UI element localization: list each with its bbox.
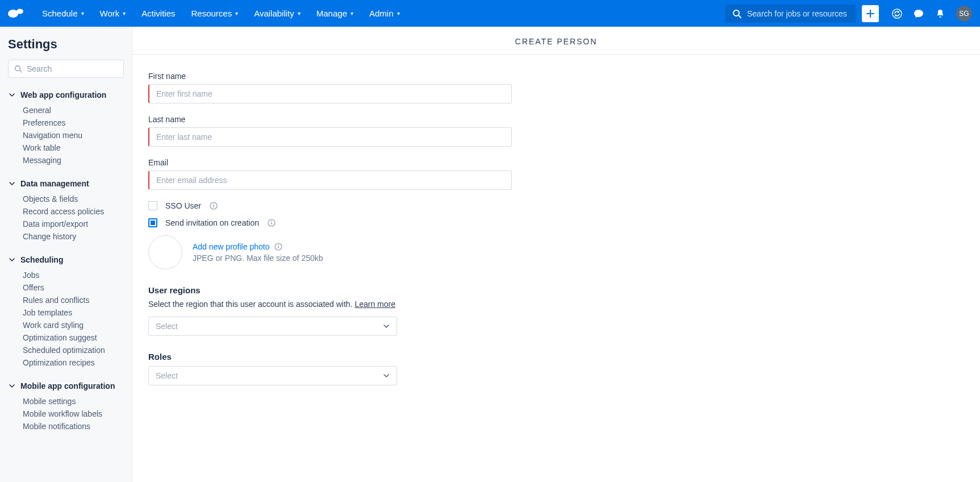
roles-heading: Roles bbox=[148, 352, 678, 362]
sidebar-link[interactable]: Preferences bbox=[23, 117, 124, 129]
sidebar-link[interactable]: Work table bbox=[23, 142, 124, 154]
sidebar-link[interactable]: Record access policies bbox=[23, 205, 124, 218]
sidebar-link[interactable]: Scheduled optimization bbox=[23, 344, 124, 356]
sidebar-link[interactable]: Job templates bbox=[23, 306, 124, 319]
nav-label: Schedule bbox=[42, 9, 78, 18]
sso-user-checkbox[interactable] bbox=[148, 201, 157, 210]
chevron-down-icon: ▾ bbox=[235, 10, 238, 16]
sidebar-group-label: Mobile app configuration bbox=[20, 381, 115, 390]
chevron-down-icon: ▾ bbox=[123, 10, 126, 16]
sidebar-group-label: Data management bbox=[20, 179, 89, 188]
main-header: CREATE PERSON bbox=[132, 27, 980, 55]
sidebar-link[interactable]: Optimization recipes bbox=[23, 356, 124, 369]
svg-rect-15 bbox=[278, 246, 279, 248]
nav-label: Admin bbox=[369, 9, 394, 18]
nav-label: Manage bbox=[316, 9, 347, 18]
photo-hint: JPEG or PNG. Max file size of 250kb bbox=[193, 254, 323, 263]
sidebar-group-links: GeneralPreferencesNavigation menuWork ta… bbox=[8, 104, 124, 167]
sidebar-link[interactable]: Messaging bbox=[23, 154, 124, 167]
sidebar-link[interactable]: Rules and conflicts bbox=[23, 294, 124, 306]
sidebar-link[interactable]: Objects & fields bbox=[23, 193, 124, 205]
chevron-down-icon bbox=[8, 181, 16, 186]
sidebar-link[interactable]: Mobile notifications bbox=[23, 420, 124, 433]
sidebar-group-head[interactable]: Web app configuration bbox=[8, 88, 124, 102]
sidebar-group: Web app configurationGeneralPreferencesN… bbox=[8, 88, 124, 167]
svg-point-11 bbox=[271, 221, 272, 222]
sso-user-label: SSO User bbox=[165, 201, 201, 210]
user-regions-select[interactable]: Select bbox=[148, 317, 397, 336]
chevron-down-icon: ▾ bbox=[351, 10, 353, 16]
info-icon[interactable] bbox=[274, 242, 283, 251]
sidebar-link[interactable]: Mobile settings bbox=[23, 395, 124, 408]
sidebar-link[interactable]: Change history bbox=[23, 230, 124, 243]
nav-admin[interactable]: Admin▾ bbox=[362, 5, 407, 22]
global-search[interactable] bbox=[725, 5, 856, 23]
chevron-down-icon: ▾ bbox=[298, 10, 301, 16]
nav-label: Availability bbox=[254, 9, 294, 18]
global-search-input[interactable] bbox=[747, 9, 849, 18]
search-icon bbox=[732, 9, 741, 18]
sidebar-group: SchedulingJobsOffersRules and conflictsJ… bbox=[8, 253, 124, 369]
info-icon[interactable] bbox=[267, 218, 276, 227]
sync-icon[interactable] bbox=[891, 8, 903, 19]
svg-point-4 bbox=[893, 9, 902, 18]
chevron-down-icon bbox=[8, 257, 16, 263]
last-name-input[interactable] bbox=[148, 127, 512, 147]
send-invite-label: Send invitation on creation bbox=[165, 218, 259, 227]
sidebar-group-label: Scheduling bbox=[20, 255, 63, 264]
last-name-label: Last name bbox=[148, 115, 678, 124]
select-placeholder: Select bbox=[156, 322, 178, 331]
first-name-label: First name bbox=[148, 72, 678, 81]
sidebar-link[interactable]: Offers bbox=[23, 281, 124, 294]
sidebar-search[interactable] bbox=[8, 60, 124, 78]
sidebar-link[interactable]: Data import/export bbox=[23, 218, 124, 230]
chevron-down-icon: ▾ bbox=[81, 10, 84, 16]
nav-activities[interactable]: Activities bbox=[135, 5, 182, 22]
sidebar-link[interactable]: Work card styling bbox=[23, 319, 124, 331]
chevron-down-icon bbox=[383, 323, 390, 330]
bell-icon[interactable] bbox=[935, 8, 946, 19]
chat-icon[interactable] bbox=[913, 8, 924, 19]
nav-manage[interactable]: Manage▾ bbox=[310, 5, 360, 22]
add-photo-link-label: Add new profile photo bbox=[193, 242, 269, 251]
nav-work[interactable]: Work▾ bbox=[93, 5, 133, 22]
sidebar-link[interactable]: General bbox=[23, 104, 124, 117]
first-name-input[interactable] bbox=[148, 84, 512, 103]
user-regions-desc-text: Select the region that this user account… bbox=[148, 300, 355, 309]
svg-rect-12 bbox=[271, 222, 272, 225]
chevron-down-icon bbox=[8, 92, 16, 98]
info-icon[interactable] bbox=[209, 201, 218, 210]
user-regions-heading: User regions bbox=[148, 285, 678, 295]
nav-label: Work bbox=[100, 9, 120, 18]
sidebar-title: Settings bbox=[8, 37, 124, 52]
nav-schedule[interactable]: Schedule▾ bbox=[35, 5, 91, 22]
sidebar-group-head[interactable]: Data management bbox=[8, 177, 124, 190]
sidebar-group-head[interactable]: Mobile app configuration bbox=[8, 379, 124, 393]
sidebar-link[interactable]: Optimization suggest bbox=[23, 331, 124, 344]
sso-user-row: SSO User bbox=[148, 201, 678, 210]
svg-line-3 bbox=[739, 15, 741, 18]
email-input[interactable] bbox=[148, 171, 512, 190]
send-invite-checkbox[interactable] bbox=[148, 218, 157, 227]
add-photo-link[interactable]: Add new profile photo bbox=[193, 242, 323, 251]
profile-photo-row: Add new profile photo JPEG or PNG. Max f… bbox=[148, 235, 678, 269]
sidebar-search-input[interactable] bbox=[27, 64, 118, 73]
top-nav-bar: Schedule▾ Work▾ Activities Resources▾ Av… bbox=[0, 0, 980, 27]
nav-availability[interactable]: Availability▾ bbox=[247, 5, 307, 22]
first-name-field: First name bbox=[148, 72, 678, 103]
roles-select[interactable]: Select bbox=[148, 366, 397, 385]
app-logo[interactable] bbox=[8, 8, 24, 19]
profile-photo-placeholder[interactable] bbox=[148, 235, 182, 269]
sidebar-link[interactable]: Mobile workflow labels bbox=[23, 408, 124, 420]
user-avatar[interactable]: SG bbox=[956, 6, 972, 22]
nav-label: Activities bbox=[141, 9, 175, 18]
learn-more-link[interactable]: Learn more bbox=[355, 300, 395, 309]
email-label: Email bbox=[148, 158, 678, 167]
nav-resources[interactable]: Resources▾ bbox=[184, 5, 245, 22]
svg-point-8 bbox=[213, 203, 214, 205]
sidebar-group-head[interactable]: Scheduling bbox=[8, 253, 124, 267]
sidebar-link[interactable]: Jobs bbox=[23, 269, 124, 281]
create-button[interactable] bbox=[862, 5, 879, 22]
sidebar-link[interactable]: Navigation menu bbox=[23, 129, 124, 142]
email-field: Email bbox=[148, 158, 678, 190]
